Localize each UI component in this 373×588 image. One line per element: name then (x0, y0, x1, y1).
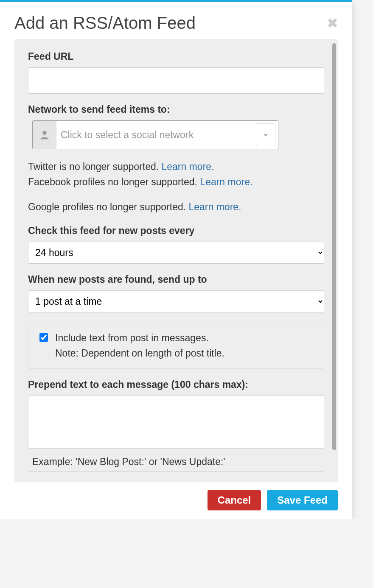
prepend-section: Prepend text to each message (100 chars … (28, 379, 324, 471)
google-note: Google profiles no longer supported. Lea… (28, 200, 324, 215)
include-text-note: Note: Dependent on length of post title. (55, 346, 224, 361)
person-icon (33, 121, 56, 149)
feed-url-label: Feed URL (28, 51, 324, 62)
include-text-label: Include text from post in messages. (55, 332, 209, 343)
network-section: Network to send feed items to: Click to … (28, 104, 324, 149)
twitter-learn-more-link[interactable]: Learn more. (162, 161, 214, 172)
modal-body: Feed URL Network to send feed items to: … (14, 39, 338, 482)
network-select[interactable]: Click to select a social network (32, 120, 278, 149)
send-limit-section: When new posts are found, send up to 1 p… (28, 274, 324, 312)
google-note-text: Google profiles no longer supported. (28, 201, 188, 212)
add-feed-modal: Add an RSS/Atom Feed ✖ Feed URL Network … (0, 0, 352, 519)
prepend-example: Example: 'New Blog Post:' or 'News Updat… (28, 452, 324, 471)
support-notes: Twitter is no longer supported. Learn mo… (28, 159, 324, 189)
check-interval-label: Check this feed for new posts every (28, 225, 324, 237)
google-learn-more-link[interactable]: Learn more. (188, 201, 241, 212)
prepend-label: Prepend text to each message (100 chars … (28, 379, 324, 390)
network-placeholder: Click to select a social network (56, 121, 253, 149)
modal-footer: Cancel Save Feed (0, 482, 352, 510)
prepend-textarea[interactable] (28, 396, 324, 449)
modal-title: Add an RSS/Atom Feed (14, 14, 196, 32)
twitter-note-text: Twitter is no longer supported. (28, 161, 162, 172)
chevron-down-icon (256, 123, 275, 146)
feed-url-section: Feed URL (28, 51, 324, 94)
close-icon[interactable]: ✖ (327, 17, 338, 30)
scrollbar-thumb[interactable] (332, 43, 336, 450)
feed-url-input[interactable] (28, 67, 324, 94)
facebook-note-text: Facebook profiles no longer supported. (28, 176, 200, 187)
check-interval-select[interactable]: 24 hours (28, 242, 324, 264)
check-interval-section: Check this feed for new posts every 24 h… (28, 225, 324, 264)
network-label: Network to send feed items to: (28, 104, 324, 115)
save-feed-button[interactable]: Save Feed (267, 490, 338, 510)
cancel-button[interactable]: Cancel (208, 490, 261, 510)
include-text-labels: Include text from post in messages. Note… (55, 331, 224, 361)
include-text-checkbox[interactable] (39, 333, 48, 342)
modal-header: Add an RSS/Atom Feed ✖ (0, 2, 352, 39)
send-limit-label: When new posts are found, send up to (28, 274, 324, 285)
svg-point-0 (42, 131, 46, 135)
include-text-box: Include text from post in messages. Note… (28, 323, 324, 369)
send-limit-select[interactable]: 1 post at a time (28, 290, 324, 312)
facebook-learn-more-link[interactable]: Learn more. (200, 176, 252, 187)
